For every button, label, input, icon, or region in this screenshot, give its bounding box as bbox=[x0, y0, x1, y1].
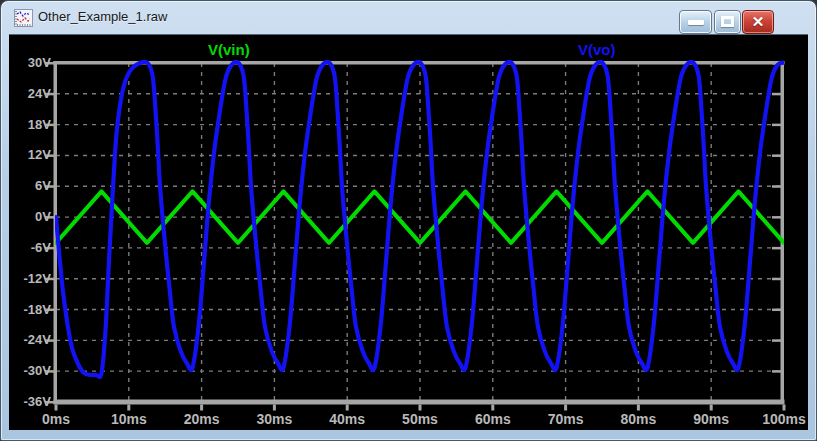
ltspice-waveform-window: Other_Example_1.raw ✕ V(vin) V(vo) 30V24… bbox=[0, 0, 817, 441]
x-tick-label: 10ms bbox=[97, 411, 161, 427]
x-tick-label: 70ms bbox=[534, 411, 598, 427]
y-tick-label: 0V bbox=[9, 209, 51, 225]
y-tick-label: -24V bbox=[9, 332, 51, 348]
y-tick-label: -18V bbox=[9, 302, 51, 318]
y-tick-label: -12V bbox=[9, 271, 51, 287]
title-bar[interactable]: Other_Example_1.raw ✕ bbox=[1, 1, 816, 34]
maximize-button[interactable] bbox=[714, 10, 741, 34]
y-tick-label: 18V bbox=[9, 117, 51, 133]
x-tick-label: 50ms bbox=[388, 411, 452, 427]
y-tick-label: 6V bbox=[9, 178, 51, 194]
close-button[interactable]: ✕ bbox=[742, 10, 774, 34]
y-tick-label: 12V bbox=[9, 147, 51, 163]
y-tick-label: -36V bbox=[9, 394, 51, 410]
y-tick-label: 24V bbox=[9, 86, 51, 102]
x-tick-label: 20ms bbox=[170, 411, 234, 427]
x-tick-label: 30ms bbox=[242, 411, 306, 427]
x-tick-label: 40ms bbox=[315, 411, 379, 427]
y-tick-label: -30V bbox=[9, 363, 51, 379]
maximize-icon bbox=[721, 16, 734, 27]
plot-client-area: V(vin) V(vo) 30V24V18V12V6V0V-6V-12V-18V… bbox=[9, 34, 808, 430]
x-tick-label: 0ms bbox=[24, 411, 88, 427]
x-tick-label: 80ms bbox=[606, 411, 670, 427]
waveform-plot[interactable] bbox=[9, 35, 808, 431]
close-icon: ✕ bbox=[743, 11, 773, 33]
x-tick-label: 60ms bbox=[461, 411, 525, 427]
window-title: Other_Example_1.raw bbox=[38, 9, 167, 24]
x-tick-label: 90ms bbox=[679, 411, 743, 427]
y-tick-label: -6V bbox=[9, 240, 51, 256]
y-tick-label: 30V bbox=[9, 55, 51, 71]
minimize-icon bbox=[688, 20, 704, 25]
x-tick-label: 100ms bbox=[752, 411, 816, 427]
waveform-file-icon[interactable] bbox=[14, 9, 33, 27]
minimize-button[interactable] bbox=[679, 10, 712, 34]
